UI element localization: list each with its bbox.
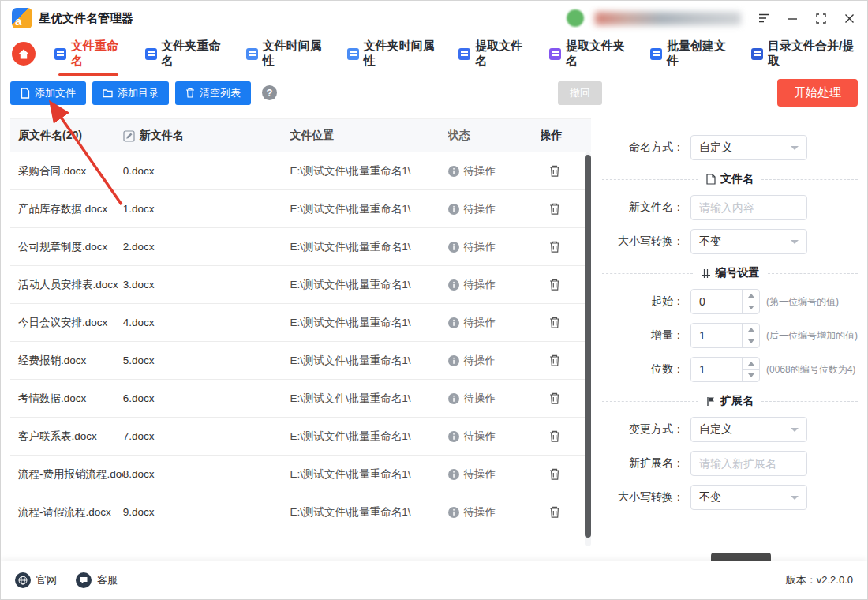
delete-row-icon[interactable] [548, 240, 561, 253]
maximize-button[interactable] [814, 11, 828, 25]
official-site-link[interactable]: 官网 [15, 572, 57, 588]
document-icon [706, 174, 716, 185]
original-filename: 流程-费用报销流程.docx [10, 467, 123, 482]
info-icon [448, 279, 459, 291]
add-folder-button[interactable]: 添加目录 [92, 81, 169, 105]
new-filename: 8.docx [123, 468, 290, 480]
step-down-icon[interactable] [743, 302, 759, 314]
close-button[interactable] [842, 11, 856, 25]
tab-extract-foldername[interactable]: 提取文件夹名 [548, 29, 630, 78]
increment-input[interactable] [691, 324, 742, 347]
step-up-icon[interactable] [743, 324, 759, 336]
delete-row-icon[interactable] [548, 392, 561, 405]
file-location: E:\测试文件\批量重命名1\ [290, 316, 447, 330]
new-filename: 5.docx [123, 354, 290, 366]
info-icon [448, 317, 459, 328]
digits-input[interactable] [691, 358, 742, 381]
table-row: 考情数据.docx 6.docx E:\测试文件\批量重命名1\ 待操作 [10, 380, 591, 418]
step-up-icon[interactable] [743, 290, 759, 302]
new-filename: 0.docx [123, 165, 290, 177]
tab-label: 提取文件夹名 [566, 39, 628, 69]
increment-stepper[interactable] [690, 323, 760, 348]
tab-folder-rename[interactable]: 文件夹重命名 [144, 29, 226, 78]
new-filename: 4.docx [123, 317, 290, 328]
start-number-input[interactable] [691, 290, 742, 313]
naming-method-select[interactable]: 自定义 [690, 135, 807, 160]
tab-label: 目录文件合并/提取 [768, 39, 855, 69]
table-row: 经费报销.docx 5.docx E:\测试文件\批量重命名1\ 待操作 [10, 342, 591, 380]
scrollbar-thumb[interactable] [585, 155, 591, 538]
delete-row-icon[interactable] [548, 164, 561, 178]
new-filename: 9.docx [123, 506, 290, 518]
start-number-hint: (第一位编号的值) [766, 295, 839, 309]
new-filename: 1.docx [123, 203, 290, 215]
window-controls [757, 11, 856, 25]
table-scrollbar[interactable] [585, 152, 591, 546]
delete-row-icon[interactable] [548, 354, 561, 367]
tab-merge-extract[interactable]: 目录文件合并/提取 [750, 29, 856, 78]
naming-method-label: 命名方式： [602, 141, 684, 155]
step-down-icon[interactable] [743, 370, 759, 382]
tab-folder-time-attr[interactable]: 文件夹时间属性 [346, 29, 439, 78]
tab-icon [751, 48, 763, 60]
folder-icon [103, 88, 113, 98]
file-status: 待操作 [448, 164, 541, 178]
new-extension-input[interactable] [690, 451, 807, 476]
file-location: E:\测试文件\批量重命名1\ [290, 429, 447, 444]
file-status: 待操作 [448, 354, 541, 368]
menu-icon[interactable] [757, 11, 771, 25]
clear-list-button[interactable]: 清空列表 [175, 81, 251, 105]
table-row: 采购合同.docx 0.docx E:\测试文件\批量重命名1\ 待操作 [10, 152, 591, 190]
add-file-button[interactable]: 添加文件 [10, 81, 86, 105]
original-filename: 采购合同.docx [10, 164, 123, 178]
ext-case-convert-select[interactable]: 不变 [690, 485, 807, 510]
step-up-icon[interactable] [743, 358, 759, 370]
numbering-section-header: 编号设置 [602, 266, 858, 280]
undo-button[interactable]: 撤回 [558, 81, 602, 105]
original-filename: 产品库存数据.docx [10, 202, 123, 216]
change-method-select[interactable]: 自定义 [690, 417, 807, 442]
new-filename: 3.docx [123, 279, 290, 291]
case-convert-select[interactable]: 不变 [690, 229, 807, 254]
tab-extract-filename[interactable]: 提取文件名 [457, 29, 529, 78]
tab-bar: 文件重命名 文件夹重命名 文件时间属性 文件夹时间属性 提取文件名 提取文件夹名… [1, 36, 867, 72]
file-location: E:\测试文件\批量重命名1\ [290, 164, 447, 178]
delete-row-icon[interactable] [548, 316, 561, 329]
minimize-button[interactable] [785, 11, 799, 25]
delete-row-icon[interactable] [548, 505, 561, 519]
original-filename: 流程-请假流程.docx [10, 505, 123, 519]
start-number-stepper[interactable] [690, 289, 760, 314]
delete-row-icon[interactable] [548, 278, 561, 291]
new-filename-input[interactable] [690, 195, 807, 220]
delete-row-icon[interactable] [548, 202, 561, 216]
file-status: 待操作 [448, 202, 541, 216]
table-row: 流程-费用报销流程.docx 8.docx E:\测试文件\批量重命名1\ 待操… [10, 456, 591, 493]
home-button[interactable] [12, 42, 36, 66]
tab-batch-create-file[interactable]: 批量创建文件 [649, 29, 731, 78]
original-filename: 今日会议安排.docx [10, 316, 123, 330]
info-icon [448, 431, 459, 442]
table-row: 活动人员安排表.docx 3.docx E:\测试文件\批量重命名1\ 待操作 [10, 266, 591, 304]
info-icon [448, 242, 459, 253]
tab-icon [145, 48, 157, 60]
file-status: 待操作 [448, 467, 541, 482]
header-original-filename: 原文件名(20) [10, 129, 123, 143]
customer-service-link[interactable]: 客服 [76, 572, 118, 588]
help-icon[interactable]: ? [262, 85, 277, 100]
user-avatar[interactable] [567, 9, 584, 27]
delete-row-icon[interactable] [548, 429, 561, 443]
tab-file-time-attr[interactable]: 文件时间属性 [245, 29, 327, 78]
digits-stepper[interactable] [690, 357, 760, 382]
tab-file-rename[interactable]: 文件重命名 [53, 29, 125, 78]
version-label: 版本：v2.2.0.0 [786, 573, 853, 587]
delete-row-icon[interactable] [548, 467, 561, 481]
file-location: E:\测试文件\批量重命名1\ [290, 392, 447, 406]
tab-label: 文件时间属性 [263, 39, 325, 69]
step-down-icon[interactable] [743, 336, 759, 348]
original-filename: 活动人员安排表.docx [10, 278, 123, 292]
start-processing-button[interactable]: 开始处理 [777, 79, 858, 107]
file-status: 待操作 [448, 392, 541, 406]
blurred-account-info [595, 12, 741, 25]
increment-hint: (后一位编号增加的值) [766, 329, 858, 343]
new-filename: 7.docx [123, 430, 290, 442]
